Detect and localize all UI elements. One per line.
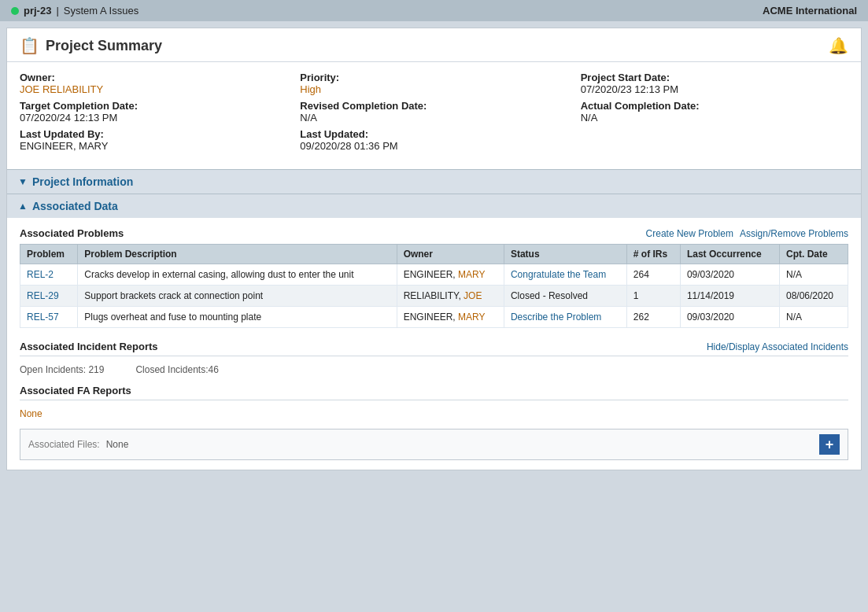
add-file-button[interactable]: + bbox=[819, 434, 840, 455]
owner-link-1[interactable]: MARY bbox=[458, 269, 485, 280]
revised-completion-value: N/A bbox=[300, 112, 567, 124]
problems-table-header-row: Problem Problem Description Owner Status… bbox=[20, 245, 848, 264]
table-row: REL-29 Support brackets crack at connect… bbox=[20, 286, 848, 307]
owner-link-3[interactable]: MARY bbox=[458, 312, 485, 323]
status-dot bbox=[11, 7, 19, 15]
top-bar: prj-23 | System A Issues ACME Internatio… bbox=[0, 0, 868, 21]
actual-completion-field: Actual Completion Date: N/A bbox=[581, 100, 848, 124]
problem-link-1[interactable]: REL-2 bbox=[27, 269, 54, 280]
col-irs: # of IRs bbox=[626, 245, 680, 264]
incident-counts: Open Incidents: 219 Closed Incidents:46 bbox=[20, 364, 848, 375]
assign-remove-problems-link[interactable]: Assign/Remove Problems bbox=[740, 228, 848, 239]
problem-owner-2: RELIABILITY, JOE bbox=[397, 286, 504, 307]
actual-completion-label: Actual Completion Date: bbox=[581, 100, 848, 112]
fa-reports-title: Associated FA Reports bbox=[20, 385, 848, 396]
top-bar-separator: | bbox=[56, 5, 58, 17]
incident-divider bbox=[20, 356, 848, 356]
fa-reports-value: None bbox=[20, 408, 848, 419]
col-problem: Problem bbox=[20, 245, 78, 264]
target-completion-label: Target Completion Date: bbox=[20, 100, 287, 112]
associated-data-title: Associated Data bbox=[32, 200, 118, 212]
table-row: REL-2 Cracks develop in external casing,… bbox=[20, 264, 848, 286]
col-last-occurrence: Last Occurrence bbox=[680, 245, 779, 264]
create-new-problem-link[interactable]: Create New Problem bbox=[646, 228, 733, 239]
problem-status-2: Closed - Resolved bbox=[504, 286, 626, 307]
problems-links: Create New Problem Assign/Remove Problem… bbox=[646, 228, 848, 239]
col-cpt-date: Cpt. Date bbox=[779, 245, 848, 264]
problems-table: Problem Problem Description Owner Status… bbox=[20, 244, 848, 328]
project-start-date-field: Project Start Date: 07/2020/23 12:13 PM bbox=[581, 72, 848, 95]
last-updated-by-value: ENGINEER, MARY bbox=[20, 140, 287, 152]
priority-value[interactable]: High bbox=[300, 83, 321, 95]
project-info-toggle: ▼ bbox=[18, 176, 28, 187]
main-content: 📋 Project Summary 🔔 Owner: JOE RELIABILI… bbox=[6, 28, 862, 470]
problem-irs-1: 264 bbox=[626, 264, 680, 286]
project-information-header[interactable]: ▼ Project Information bbox=[7, 169, 861, 194]
incident-reports-section: Associated Incident Reports Hide/Display… bbox=[20, 341, 848, 375]
last-updated-field: Last Updated: 09/2020/28 01:36 PM bbox=[300, 128, 567, 152]
col-owner: Owner bbox=[397, 245, 504, 264]
problem-link-3[interactable]: REL-57 bbox=[27, 312, 59, 323]
target-completion-value: 07/2020/24 12:13 PM bbox=[20, 112, 287, 124]
hide-display-link[interactable]: Hide/Display Associated Incidents bbox=[707, 341, 848, 352]
revised-completion-label: Revised Completion Date: bbox=[300, 100, 567, 112]
files-value: None bbox=[106, 439, 813, 450]
problem-link-2[interactable]: REL-29 bbox=[27, 290, 59, 301]
incident-reports-title: Associated Incident Reports bbox=[20, 341, 158, 352]
project-summary-title: 📋 Project Summary bbox=[20, 36, 162, 55]
associated-data-body: Associated Problems Create New Problem A… bbox=[7, 218, 861, 470]
problem-desc-2: Support brackets crack at connection poi… bbox=[78, 286, 397, 307]
project-name: System A Issues bbox=[64, 5, 139, 17]
project-summary-body: Owner: JOE RELIABILITY Target Completion… bbox=[7, 62, 861, 169]
last-updated-value: 09/2020/28 01:36 PM bbox=[300, 140, 567, 152]
bell-icon: 🔔 bbox=[829, 36, 848, 55]
owner-link-2[interactable]: JOE bbox=[464, 290, 482, 301]
closed-incidents: Closed Incidents:46 bbox=[135, 364, 218, 375]
problem-cpt-1: N/A bbox=[779, 264, 848, 286]
problem-desc-3: Plugs overheat and fuse to mounting plat… bbox=[78, 307, 397, 328]
problem-cpt-3: N/A bbox=[779, 307, 848, 328]
ps-col-2: Priority: High Revised Completion Date: … bbox=[300, 72, 567, 157]
owner-value[interactable]: JOE RELIABILITY bbox=[20, 83, 103, 95]
project-summary-label: Project Summary bbox=[46, 38, 162, 54]
table-row: REL-57 Plugs overheat and fuse to mounti… bbox=[20, 307, 848, 328]
problem-irs-3: 262 bbox=[626, 307, 680, 328]
ps-col-1: Owner: JOE RELIABILITY Target Completion… bbox=[20, 72, 287, 157]
fa-reports-section: Associated FA Reports None bbox=[20, 385, 848, 419]
last-updated-by-label: Last Updated By: bbox=[20, 128, 287, 140]
problem-status-3: Describe the Problem bbox=[504, 307, 626, 328]
actual-completion-value: N/A bbox=[581, 112, 848, 124]
problem-last-occ-3: 09/03/2020 bbox=[680, 307, 779, 328]
project-summary-icon: 📋 bbox=[20, 36, 39, 55]
status-link-1[interactable]: Congratulate the Team bbox=[511, 269, 606, 280]
company-name: ACME International bbox=[763, 5, 857, 17]
problem-last-occ-1: 09/03/2020 bbox=[680, 264, 779, 286]
col-status: Status bbox=[504, 245, 626, 264]
owner-label: Owner: bbox=[20, 72, 287, 83]
last-updated-label: Last Updated: bbox=[300, 128, 567, 140]
last-updated-by-field: Last Updated By: ENGINEER, MARY bbox=[20, 128, 287, 152]
project-summary-header: 📋 Project Summary 🔔 bbox=[7, 28, 861, 62]
priority-field: Priority: High bbox=[300, 72, 567, 95]
project-information-title: Project Information bbox=[32, 175, 133, 188]
owner-field: Owner: JOE RELIABILITY bbox=[20, 72, 287, 95]
problem-id-2: REL-29 bbox=[20, 286, 78, 307]
incident-header-row: Associated Incident Reports Hide/Display… bbox=[20, 341, 848, 352]
project-start-date-value: 07/2020/23 12:13 PM bbox=[581, 83, 848, 95]
associated-data-toggle: ▲ bbox=[18, 201, 28, 212]
associated-problems-header: Associated Problems Create New Problem A… bbox=[20, 227, 848, 239]
associated-problems-title: Associated Problems bbox=[20, 227, 124, 239]
ps-col-3: Project Start Date: 07/2020/23 12:13 PM … bbox=[581, 72, 848, 157]
col-description: Problem Description bbox=[78, 245, 397, 264]
associated-data-header[interactable]: ▲ Associated Data bbox=[7, 194, 861, 218]
top-bar-left: prj-23 | System A Issues bbox=[11, 5, 139, 17]
problem-owner-1: ENGINEER, MARY bbox=[397, 264, 504, 286]
problem-status-1: Congratulate the Team bbox=[504, 264, 626, 286]
associated-files-row: Associated Files: None + bbox=[20, 429, 848, 460]
files-label: Associated Files: bbox=[28, 439, 100, 450]
problem-last-occ-2: 11/14/2019 bbox=[680, 286, 779, 307]
priority-label: Priority: bbox=[300, 72, 567, 83]
status-link-3[interactable]: Describe the Problem bbox=[511, 312, 601, 323]
problem-irs-2: 1 bbox=[626, 286, 680, 307]
problem-desc-1: Cracks develop in external casing, allow… bbox=[78, 264, 397, 286]
